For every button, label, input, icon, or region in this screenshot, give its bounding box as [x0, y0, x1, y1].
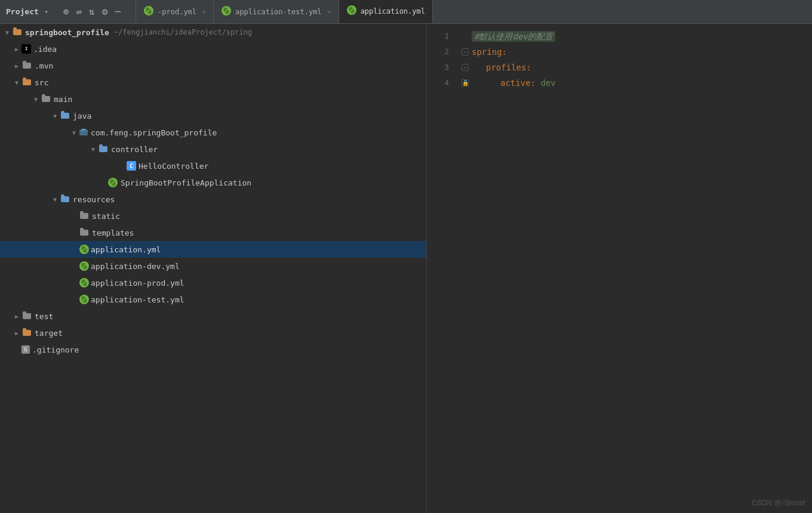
tree-target-arrow[interactable]: [12, 330, 21, 336]
tree-hello-controller[interactable]: C HelloController: [0, 157, 426, 174]
spring-icon: [346, 5, 357, 17]
fold-minus-2[interactable]: −: [462, 48, 469, 55]
tree-app-test-yml[interactable]: application-test.yml: [0, 291, 426, 308]
tab-main[interactable]: application.yml: [339, 0, 433, 23]
toolbar-icons: ⊕ ⇌ ⇅ ⚙ ─: [54, 0, 130, 23]
expand-icon[interactable]: ⇅: [89, 6, 95, 17]
fold-marker-4: 🔒: [461, 79, 469, 87]
tree-static[interactable]: static: [0, 208, 426, 224]
tree-root[interactable]: springboot_profile ~/fengjianchi/ideaPro…: [0, 24, 426, 41]
tree-pkg-label: com.feng.springBoot_profile: [91, 128, 217, 137]
tree-controller-arrow[interactable]: [88, 146, 98, 153]
tree-resources-arrow[interactable]: [50, 196, 60, 203]
settings-icon[interactable]: ⚙: [102, 6, 108, 17]
tree-src-label: src: [35, 78, 48, 87]
tree-main[interactable]: main: [0, 91, 426, 107]
tree-test-label: test: [35, 312, 53, 321]
code-line-1: #默认使用dev的配置: [461, 29, 812, 44]
tree-root-name: springboot_profile: [25, 28, 109, 37]
tab-main-label: application.yml: [361, 7, 425, 16]
fold-marker-1: [461, 32, 469, 41]
tree-idea-arrow[interactable]: [12, 46, 21, 52]
main-content: springboot_profile ~/fengjianchi/ideaPro…: [0, 24, 812, 513]
fold-marker-2: −: [461, 48, 469, 56]
static-folder-icon: [79, 212, 90, 220]
tree-controller-label: controller: [111, 145, 158, 154]
tree-target-label: target: [35, 329, 63, 338]
svg-rect-8: [79, 130, 88, 131]
tree-test-arrow[interactable]: [12, 313, 21, 320]
tree-app-class[interactable]: SpringBootProfileApplication: [0, 174, 426, 191]
tree-gitignore[interactable]: G .gitignore: [0, 341, 426, 358]
gitignore-icon: G: [21, 345, 30, 354]
code-comment-1: #默认使用dev的配置: [472, 29, 555, 44]
line-num-4: 4: [427, 75, 449, 91]
code-line-2: − spring:: [461, 44, 812, 60]
code-active-val: dev: [536, 75, 556, 91]
code-line-4: 🔒 active: dev: [461, 75, 812, 91]
tree-hello-label: HelloController: [139, 162, 208, 171]
code-content[interactable]: #默认使用dev的配置 − spring: − profiles:: [454, 24, 812, 513]
tree-templates-label: templates: [92, 228, 134, 237]
tree-java[interactable]: java: [0, 107, 426, 124]
resources-folder-icon: [60, 195, 70, 203]
tree-app-yml[interactable]: application.yml: [0, 241, 426, 258]
tree-resources-label: resources: [73, 195, 115, 204]
tab-prod[interactable]: -prod.yml ✕: [136, 0, 214, 23]
tab-bar: Project ▾ ⊕ ⇌ ⇅ ⚙ ─ -prod.yml ✕: [0, 0, 812, 24]
tree-java-arrow[interactable]: [50, 113, 60, 119]
target-folder-icon: [21, 329, 32, 337]
project-panel-header: Project ▾ ⊕ ⇌ ⇅ ⚙ ─: [0, 0, 136, 23]
tree-mvn-label: .mvn: [35, 61, 53, 70]
package-icon: [79, 128, 88, 137]
minimize-icon[interactable]: ─: [115, 6, 121, 17]
class-c-icon: C: [127, 161, 136, 171]
tree-target[interactable]: target: [0, 325, 426, 341]
tree-app-label: SpringBootProfileApplication: [121, 178, 251, 187]
spring-icon: [143, 5, 154, 18]
mvn-folder-icon: [21, 61, 32, 70]
code-line-3: − profiles:: [461, 60, 812, 75]
tab-test-close[interactable]: ✕: [328, 8, 331, 15]
tree-idea[interactable]: I .idea: [0, 41, 426, 57]
tab-test-label: application-test.yml: [235, 8, 322, 16]
app-prod-yml-icon: [79, 277, 90, 288]
main-folder-icon: [41, 95, 51, 103]
tree-main-arrow[interactable]: [31, 96, 41, 103]
tree-pkg-arrow[interactable]: [69, 129, 79, 136]
line-num-3: 3: [427, 60, 449, 75]
editor-tabs: -prod.yml ✕ application-test.yml ✕: [136, 0, 812, 23]
tree-templates[interactable]: templates: [0, 224, 426, 241]
tree-src[interactable]: src: [0, 74, 426, 91]
fold-minus-3[interactable]: −: [462, 64, 469, 71]
tab-prod-close[interactable]: ✕: [202, 8, 206, 15]
tree-gitignore-label: .gitignore: [32, 345, 79, 354]
root-folder-icon: [12, 28, 23, 36]
tree-pkg[interactable]: com.feng.springBoot_profile: [0, 124, 426, 141]
tree-mvn[interactable]: .mvn: [0, 57, 426, 74]
tree-mvn-arrow[interactable]: [12, 63, 21, 69]
tab-prod-label: -prod.yml: [158, 8, 196, 16]
tree-root-arrow[interactable]: [2, 29, 12, 36]
tree-resources[interactable]: resources: [0, 191, 426, 208]
code-spring-key: spring:: [472, 44, 507, 60]
project-dropdown-icon[interactable]: ▾: [45, 8, 48, 15]
tree-app-prod-yml[interactable]: application-prod.yml: [0, 274, 426, 291]
line-num-2: 2: [427, 44, 449, 60]
test-folder-icon: [21, 312, 32, 320]
tree-src-arrow[interactable]: [12, 79, 21, 86]
fold-lock-4[interactable]: 🔒: [462, 79, 469, 86]
tree-test[interactable]: test: [0, 308, 426, 325]
tree-app-dev-yml[interactable]: application-dev.yml: [0, 258, 426, 274]
tree-root-path: ~/fengjianchi/ideaProject/spring: [114, 28, 252, 36]
tree-controller[interactable]: controller: [0, 141, 426, 157]
tree-main-label: main: [54, 95, 72, 104]
collapse-icon[interactable]: ⇌: [76, 6, 82, 17]
code-editor[interactable]: 1 2 3 4 #默认使用dev的配置 −: [427, 24, 812, 513]
idea-folder-icon: I: [21, 44, 31, 54]
tab-test[interactable]: application-test.yml ✕: [214, 0, 339, 23]
add-icon[interactable]: ⊕: [63, 6, 69, 17]
tree-appprodml-label: application-prod.yml: [91, 279, 184, 288]
project-tree[interactable]: springboot_profile ~/fengjianchi/ideaPro…: [0, 24, 427, 513]
app-dev-yml-icon: [79, 261, 90, 271]
